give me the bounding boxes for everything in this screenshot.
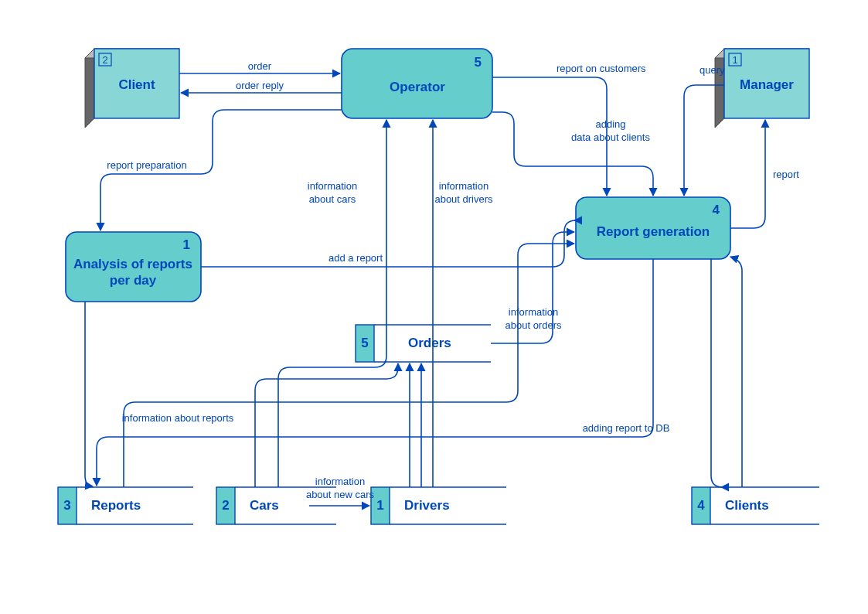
process-analysis: 1 Analysis of reports per day	[66, 232, 201, 302]
drivers-num: 1	[376, 498, 383, 513]
manager-num: 1	[732, 54, 737, 66]
flow-add-a-report	[201, 220, 576, 267]
operator-num: 5	[475, 55, 482, 70]
flow-cars-to-orders	[255, 363, 398, 487]
label-info-new-cars-2: about new cars	[306, 489, 375, 500]
svg-marker-4	[715, 49, 724, 128]
process-operator: 5 Operator	[342, 49, 492, 118]
label-report-preparation: report preparation	[107, 159, 186, 171]
label-query: query	[700, 64, 725, 76]
label-adding-data-2: data about clients	[571, 131, 650, 143]
flow-report	[730, 120, 765, 228]
label-info-cars-1: information	[308, 180, 357, 192]
process-reportgen: 4 Report generation	[576, 197, 730, 259]
datastore-orders: 5 Orders	[356, 325, 491, 362]
clients-num: 4	[697, 498, 705, 513]
manager-label: Manager	[740, 77, 794, 92]
label-info-cars-2: about cars	[309, 193, 356, 205]
label-order-reply: order reply	[236, 80, 284, 91]
label-info-drivers-2: about drivers	[434, 193, 493, 205]
label-add-a-report: add a report	[328, 252, 383, 264]
label-report-customers: report on customers	[557, 63, 646, 74]
analysis-l2: per day	[110, 273, 157, 288]
label-info-orders-2: about orders	[505, 319, 562, 331]
svg-marker-0	[85, 49, 94, 128]
analysis-num: 1	[183, 237, 190, 252]
label-info-reports: information about reports	[122, 412, 234, 424]
label-order: order	[248, 60, 272, 72]
datastore-reports: 3 Reports	[58, 487, 193, 524]
label-info-drivers-1: information	[439, 180, 488, 192]
client-label: Client	[118, 77, 155, 92]
datastore-clients: 4 Clients	[692, 487, 819, 524]
label-report: report	[773, 169, 799, 180]
label-adding-data-1: adding	[595, 118, 625, 130]
client-num: 2	[102, 54, 107, 66]
flow-analysis-to-reports	[85, 302, 93, 486]
label-info-new-cars-1: information	[315, 476, 365, 487]
orders-label: Orders	[408, 336, 451, 350]
entity-client: 2 Client	[85, 49, 179, 128]
reportgen-num: 4	[713, 203, 720, 217]
entity-manager: 1 Manager	[715, 49, 809, 128]
analysis-l1: Analysis of reports	[73, 257, 192, 271]
flow-adding-data-clients	[492, 112, 653, 196]
operator-label: Operator	[390, 80, 445, 94]
orders-num: 5	[361, 336, 368, 350]
flow-clients-to-reportgen	[730, 257, 742, 487]
flow-reportgen-to-clients	[711, 259, 723, 487]
datastore-drivers: 1 Drivers	[371, 487, 506, 524]
drivers-label: Drivers	[404, 498, 450, 513]
label-info-orders-1: information	[509, 306, 558, 318]
reports-num: 3	[63, 498, 70, 513]
reportgen-label: Report generation	[597, 224, 710, 239]
reports-label: Reports	[91, 498, 141, 513]
cars-num: 2	[222, 498, 229, 513]
flow-info-cars	[278, 120, 386, 487]
cars-label: Cars	[250, 498, 279, 513]
label-adding-report-db: adding report to DB	[583, 422, 670, 434]
clients-label: Clients	[725, 498, 769, 513]
